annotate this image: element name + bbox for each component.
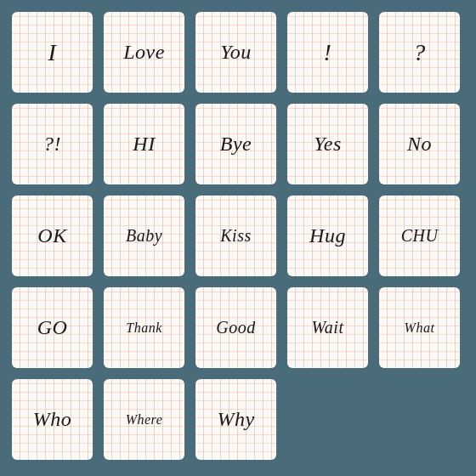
sticker-who-label: Who: [33, 408, 72, 431]
sticker-wait-label: Wait: [312, 318, 344, 337]
sticker-why-label: Why: [217, 408, 254, 431]
sticker-why[interactable]: Why: [196, 379, 276, 460]
sticker-you[interactable]: You: [196, 12, 276, 93]
sticker-thank[interactable]: Thank: [104, 287, 184, 368]
sticker-question-label: ?: [413, 39, 426, 66]
sticker-bye[interactable]: Bye: [196, 104, 276, 184]
sticker-i[interactable]: I: [12, 12, 93, 93]
sticker-question[interactable]: ?: [379, 12, 460, 93]
sticker-no-label: No: [407, 133, 432, 156]
sticker-good-label: Good: [216, 318, 255, 337]
sticker-kiss[interactable]: Kiss: [196, 196, 276, 276]
sticker-hi-label: HI: [133, 133, 155, 156]
sticker-go[interactable]: GO: [12, 287, 93, 368]
sticker-exclamation-label: !: [324, 39, 332, 66]
sticker-baby[interactable]: Baby: [104, 196, 184, 276]
sticker-chu-label: CHU: [401, 226, 439, 246]
sticker-you-label: You: [220, 41, 252, 64]
sticker-exclamation[interactable]: !: [287, 12, 368, 93]
sticker-where-label: Where: [126, 412, 163, 428]
sticker-baby-label: Baby: [126, 226, 162, 246]
sticker-good[interactable]: Good: [196, 287, 276, 368]
sticker-thank-label: Thank: [126, 320, 162, 336]
sticker-love[interactable]: Love: [104, 12, 184, 93]
sticker-grid: I Love You ! ? ?! HI Bye Yes No OK Baby …: [0, 0, 476, 476]
sticker-who[interactable]: Who: [12, 379, 93, 460]
sticker-question-exclamation-label: ?!: [43, 133, 61, 156]
sticker-ok[interactable]: OK: [12, 196, 93, 276]
sticker-hug-label: Hug: [309, 224, 346, 247]
sticker-yes[interactable]: Yes: [287, 104, 368, 184]
sticker-go-label: GO: [37, 316, 68, 339]
sticker-no[interactable]: No: [379, 104, 460, 184]
sticker-hi[interactable]: HI: [104, 104, 184, 184]
sticker-love-label: Love: [123, 41, 165, 64]
sticker-ok-label: OK: [37, 224, 66, 247]
sticker-bye-label: Bye: [220, 133, 252, 156]
sticker-hug[interactable]: Hug: [287, 196, 368, 276]
sticker-chu[interactable]: CHU: [379, 196, 460, 276]
sticker-what-label: What: [405, 320, 435, 336]
sticker-wait[interactable]: Wait: [287, 287, 368, 368]
sticker-question-exclamation[interactable]: ?!: [12, 104, 93, 184]
sticker-where[interactable]: Where: [104, 379, 184, 460]
sticker-yes-label: Yes: [314, 133, 342, 156]
sticker-i-label: I: [48, 39, 57, 66]
sticker-kiss-label: Kiss: [220, 226, 251, 246]
sticker-what[interactable]: What: [379, 287, 460, 368]
